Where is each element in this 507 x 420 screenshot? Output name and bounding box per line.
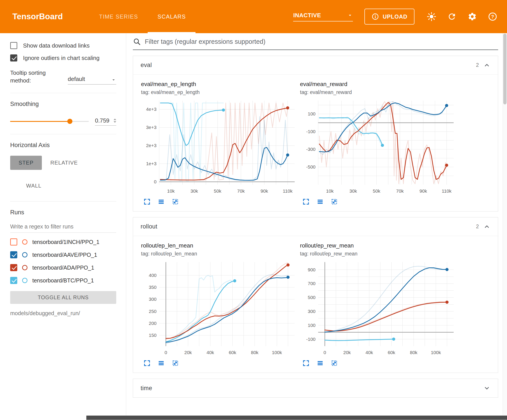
- tab-time-series[interactable]: TIME SERIES: [89, 0, 148, 33]
- chart-rollout-ep-len-mean: rollout/ep_len_mean tag: rollout/ep_len_…: [141, 242, 296, 367]
- checkbox-label: Ignore outliers in chart scaling: [23, 55, 99, 62]
- slider-thumb[interactable]: [67, 119, 72, 124]
- svg-text:300: 300: [149, 296, 156, 302]
- ignore-outliers-checkbox[interactable]: Ignore outliers in chart scaling: [10, 55, 116, 62]
- tab-scalars[interactable]: SCALARS: [148, 0, 196, 33]
- axis-wall-button[interactable]: WALL: [18, 179, 50, 193]
- svg-text:50k: 50k: [373, 188, 380, 193]
- section-count: 2: [476, 224, 479, 230]
- expand-chart-icon[interactable]: [143, 359, 151, 367]
- svg-text:350: 350: [149, 285, 156, 290]
- refresh-icon[interactable]: [447, 12, 457, 21]
- run-row-ada[interactable]: tensorboard/ADA/PPO_1: [10, 264, 116, 271]
- rollout-ep-rew-mean-plot[interactable]: 020k40k60k80k100k-100100300500700900: [300, 259, 455, 357]
- svg-text:20k: 20k: [184, 350, 192, 355]
- vertical-scrollbar-thumb[interactable]: [503, 34, 507, 104]
- svg-text:90k: 90k: [261, 188, 268, 193]
- horizontal-scrollbar-thumb[interactable]: [86, 416, 507, 420]
- svg-text:20k: 20k: [343, 350, 351, 355]
- checkbox-box[interactable]: [10, 55, 17, 62]
- runs-menu-icon[interactable]: [316, 359, 324, 367]
- svg-text:300: 300: [308, 309, 316, 314]
- fit-domain-icon[interactable]: [331, 359, 338, 367]
- section-time-header[interactable]: time: [133, 379, 498, 397]
- tag-filter-bar: [133, 38, 498, 50]
- help-icon[interactable]: ?: [488, 12, 497, 21]
- svg-text:700: 700: [308, 281, 316, 286]
- svg-text:80k: 80k: [410, 350, 417, 355]
- upload-button[interactable]: UPLOAD: [364, 9, 415, 25]
- section-count: 2: [476, 62, 479, 68]
- tag-filter-input[interactable]: [145, 38, 498, 45]
- search-icon: [133, 38, 141, 46]
- run-color-ring: [22, 265, 28, 270]
- svg-text:200: 200: [149, 321, 156, 326]
- section-rollout-header[interactable]: rollout 2: [133, 217, 498, 236]
- stepper-icon[interactable]: [113, 118, 116, 123]
- runs-menu-icon[interactable]: [157, 198, 165, 206]
- run-row-btc[interactable]: tensorboard/BTC/PPO_1: [10, 277, 116, 284]
- vertical-scrollbar[interactable]: [503, 33, 507, 415]
- section-eval-header[interactable]: eval 2: [133, 56, 498, 75]
- svg-text:30k: 30k: [190, 188, 198, 193]
- run-checkbox[interactable]: [10, 264, 17, 271]
- svg-text:60k: 60k: [229, 350, 236, 355]
- chevron-up-icon[interactable]: [483, 223, 490, 230]
- chevron-down-icon[interactable]: [483, 385, 490, 392]
- chart-eval-mean-ep-length: eval/mean_ep_length tag: eval/mean_ep_le…: [141, 81, 296, 206]
- chart-toolbar: [300, 359, 455, 367]
- axis-step-button[interactable]: STEP: [10, 156, 42, 170]
- rollout-ep-len-mean-plot[interactable]: 020k40k60k80k100k150200250300350400: [141, 259, 296, 357]
- expand-chart-icon[interactable]: [302, 198, 310, 206]
- chart-toolbar: [300, 198, 455, 206]
- svg-text:110k: 110k: [283, 188, 292, 193]
- divider: [10, 93, 116, 93]
- brightness-icon[interactable]: [427, 12, 436, 21]
- svg-text:40k: 40k: [207, 350, 214, 355]
- run-label: tensorboard/1INCH/PPO_1: [32, 239, 99, 245]
- svg-text:-300: -300: [306, 147, 316, 152]
- runs-label: Runs: [10, 209, 116, 216]
- svg-text:-100: -100: [306, 129, 316, 134]
- fit-domain-icon[interactable]: [172, 198, 179, 206]
- svg-text:500: 500: [308, 295, 316, 300]
- svg-text:-500: -500: [306, 164, 316, 169]
- checkbox-box[interactable]: [10, 42, 17, 49]
- runs-menu-icon[interactable]: [157, 359, 165, 367]
- app-title: TensorBoard: [12, 12, 63, 21]
- run-checkbox[interactable]: [10, 238, 17, 246]
- eval-mean-reward-plot[interactable]: 10k30k50k70k90k110k100-100-300-500: [300, 97, 455, 195]
- settings-gear-icon[interactable]: [468, 12, 477, 21]
- tooltip-sorting-select[interactable]: default: [68, 69, 116, 84]
- runs-base-path: models/debugged_eval_run/: [10, 310, 116, 317]
- horizontal-scrollbar[interactable]: [0, 415, 507, 420]
- svg-text:0: 0: [154, 179, 156, 184]
- runs-filter-input[interactable]: [10, 222, 116, 233]
- axis-relative-button[interactable]: RELATIVE: [42, 156, 86, 170]
- run-row-aave[interactable]: tensorboard/AAVE/PPO_1: [10, 251, 116, 258]
- expand-chart-icon[interactable]: [143, 198, 151, 206]
- toggle-all-runs-button[interactable]: TOGGLE ALL RUNS: [10, 291, 116, 304]
- smoothing-value-text: 0.759: [95, 117, 109, 124]
- show-download-links-checkbox[interactable]: Show data download links: [10, 42, 116, 49]
- svg-text:40k: 40k: [366, 350, 373, 355]
- run-checkbox[interactable]: [10, 251, 17, 258]
- svg-text:0: 0: [324, 350, 326, 355]
- chevron-down-icon: [111, 77, 116, 83]
- fit-domain-icon[interactable]: [172, 359, 179, 367]
- smoothing-value[interactable]: 0.759: [95, 117, 116, 126]
- expand-chart-icon[interactable]: [302, 359, 310, 367]
- svg-text:100: 100: [308, 323, 316, 328]
- run-row-1inch[interactable]: tensorboard/1INCH/PPO_1: [10, 238, 116, 246]
- svg-text:4e+3: 4e+3: [146, 107, 156, 112]
- svg-text:70k: 70k: [396, 188, 404, 193]
- eval-mean-ep-length-plot[interactable]: 10k30k50k70k90k110k01e+32e+33e+34e+3: [141, 97, 296, 195]
- smoothing-slider[interactable]: [10, 121, 89, 122]
- status-label: INACTIVE: [293, 12, 321, 19]
- runs-menu-icon[interactable]: [316, 198, 324, 206]
- run-checkbox[interactable]: [10, 277, 17, 284]
- chevron-up-icon[interactable]: [483, 62, 490, 69]
- status-dropdown[interactable]: INACTIVE: [293, 12, 353, 21]
- fit-domain-icon[interactable]: [331, 198, 338, 206]
- chart-title: eval/mean_reward: [300, 81, 455, 88]
